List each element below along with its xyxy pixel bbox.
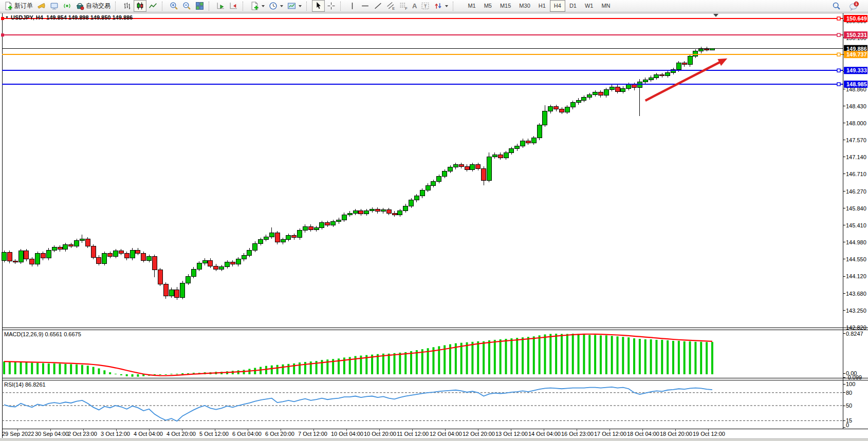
chart-shift-button[interactable] [227, 0, 240, 12]
time-tick-label: 18 Oct 20:00 [660, 431, 692, 437]
remote-terminal-button[interactable] [48, 0, 61, 12]
periods-button[interactable] [267, 0, 285, 12]
timeframe-H1[interactable]: H1 [534, 0, 550, 12]
price-tick-label: 143.250 [846, 308, 866, 314]
time-axis[interactable]: 29 Sep 202230 Sep 04:002 Oct 23:003 Oct … [2, 429, 725, 437]
timeframe-M1[interactable]: M1 [464, 0, 479, 12]
time-tick-label: 16 Oct 23:00 [561, 431, 594, 437]
timeframe-H4[interactable]: H4 [550, 0, 565, 12]
macd-histogram-bar [672, 341, 674, 374]
time-tick-label: 29 Sep 2022 [2, 431, 34, 437]
timeframe-MN[interactable]: MN [597, 0, 614, 12]
macd-histogram-bar [181, 373, 183, 374]
macd-histogram-bar [171, 374, 173, 374]
horizontal-line-150.231[interactable]: 150.231 [2, 31, 867, 39]
timeframe-M30[interactable]: M30 [515, 0, 534, 12]
macd-histogram-bar [70, 364, 72, 374]
templates-button[interactable] [285, 0, 304, 12]
indicators-button[interactable] [248, 0, 267, 12]
hline-handle[interactable] [837, 33, 840, 36]
equidistant-channel-button[interactable]: E [384, 0, 397, 12]
dropdown-caret-icon [445, 5, 448, 7]
autotrading-button[interactable]: 自动交易 [73, 0, 113, 12]
zoom-out-button[interactable] [180, 0, 193, 12]
horizontal-line-149.737[interactable]: 149.737 [2, 51, 867, 58]
time-tick-label: 6 Oct 04:00 [232, 431, 262, 437]
hline-handle[interactable] [837, 83, 840, 86]
candle-body [2, 253, 7, 260]
macd-histogram-bar [20, 362, 22, 374]
time-tick-label: 13 Oct 12:00 [495, 431, 528, 437]
candle-body [102, 253, 107, 263]
hline-left-handle[interactable] [1, 17, 4, 20]
rsi-tick-label: 80 [846, 390, 852, 396]
hline-handle[interactable] [837, 17, 840, 20]
horizontal-line-149.333[interactable]: 149.333 [2, 67, 867, 74]
hline-handle[interactable] [837, 69, 840, 72]
svg-text:F: F [405, 6, 408, 10]
macd-histogram-bar [566, 334, 568, 374]
tile-windows-button[interactable] [193, 0, 206, 12]
candlestick-chart-button[interactable] [134, 0, 146, 12]
candle-body [46, 250, 51, 258]
signals-button[interactable] [61, 0, 73, 12]
bar-chart-button[interactable] [121, 0, 134, 12]
candle-body [286, 236, 291, 240]
macd-pane[interactable]: 0.82470.00-0.099 [3, 331, 863, 380]
candle-body [693, 51, 698, 56]
chart-shift-marker[interactable] [713, 14, 718, 17]
horizontal-line-148.985[interactable]: 148.985 [2, 81, 867, 88]
candle-body [147, 257, 152, 261]
arrows-button[interactable] [432, 0, 450, 12]
timeframe-M5[interactable]: M5 [480, 0, 496, 12]
crosshair-button[interactable] [325, 0, 338, 12]
notifications-button[interactable]: 1 [847, 0, 861, 12]
macd-histogram-bar [14, 362, 16, 374]
candle-body [476, 164, 481, 168]
candle-body [108, 253, 113, 256]
price-tick-label: 145.410 [846, 222, 866, 228]
trendline-button[interactable] [372, 0, 384, 12]
auto-scroll-button[interactable] [214, 0, 227, 12]
text-button[interactable]: A [410, 0, 419, 12]
zoom-in-button[interactable] [168, 0, 180, 12]
candle-body [576, 100, 581, 103]
timeframe-M15[interactable]: M15 [496, 0, 515, 12]
macd-histogram-bar [126, 374, 128, 376]
macd-histogram-bar [455, 343, 457, 374]
horizontal-line-button[interactable] [359, 0, 372, 12]
vertical-line-button[interactable] [346, 0, 359, 12]
macd-histogram-bar [382, 354, 384, 374]
hline-handle[interactable] [837, 53, 840, 56]
time-tick-label: 10 Oct 20:00 [364, 431, 396, 437]
timeframe-D1[interactable]: D1 [565, 0, 581, 12]
fibonacci-button[interactable]: F [397, 0, 410, 12]
hline-left-handle[interactable] [1, 33, 4, 36]
text-label-button[interactable]: T [419, 0, 432, 12]
price-tick-label: 146.270 [846, 188, 866, 195]
candle-body [498, 155, 503, 158]
macd-histogram-bar [706, 342, 708, 374]
search-button[interactable] [830, 0, 843, 12]
new-order-button[interactable]: 新订单 [2, 0, 35, 12]
time-tick-label: 17 Oct 12:00 [594, 431, 626, 437]
horizontal-line-149.886: 149.886 [2, 45, 867, 52]
macd-histogram-bar [293, 363, 295, 374]
rsi-pane[interactable]: 1008050150 [2, 381, 855, 428]
candle-body [442, 171, 447, 177]
macd-histogram-bar [533, 336, 535, 374]
chart-canvas[interactable]: 150.590150.160149.730149.300148.860148.4… [0, 0, 868, 441]
alerts-button[interactable] [35, 0, 48, 12]
cursor-button[interactable] [312, 0, 325, 12]
macd-histogram-bar [421, 349, 423, 374]
candle-body [560, 109, 564, 112]
candle-body [492, 155, 497, 157]
time-tick-label: 10 Oct 04:00 [331, 431, 363, 437]
timeframe-W1[interactable]: W1 [581, 0, 598, 12]
svg-text:T: T [424, 3, 427, 9]
candle-body [97, 257, 101, 263]
line-chart-button[interactable] [146, 0, 159, 12]
price-axis[interactable]: 150.590150.160149.730149.300148.860148.4… [843, 18, 866, 331]
tile-windows-icon [195, 2, 204, 10]
macd-histogram-bar [617, 336, 619, 374]
